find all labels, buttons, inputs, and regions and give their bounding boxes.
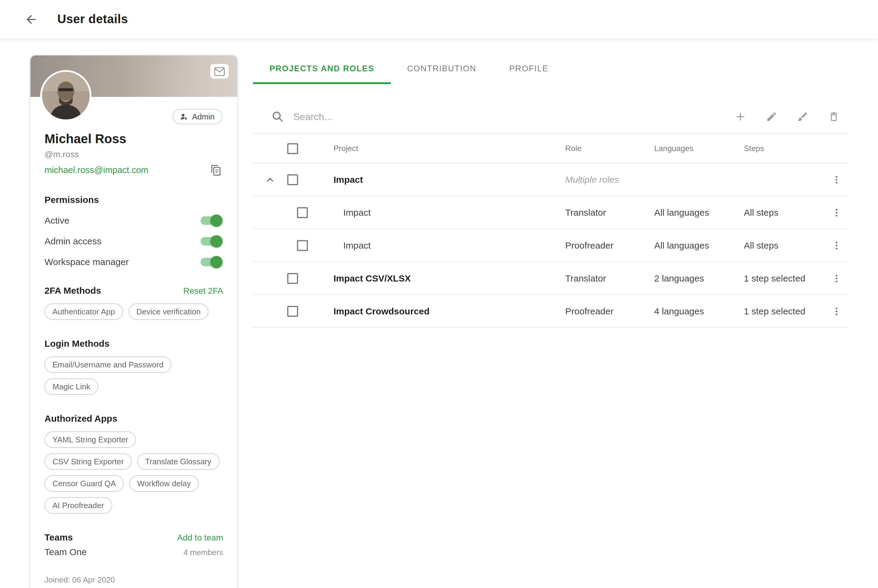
envelope-icon [214,67,225,76]
toggle-workspace-manager[interactable] [201,258,221,266]
table-row[interactable]: Impact Proofreader All languages All ste… [253,229,849,262]
expand-toggle [253,305,287,317]
twofa-title: 2FA Methods [45,285,101,296]
apps-pills: YAML String ExporterCSV String ExporterT… [45,431,223,514]
table-row[interactable]: Impact Multiple roles [253,163,849,196]
expand-toggle [253,272,287,284]
role-cell: Translator [565,207,654,218]
twofa-pills: Authenticator AppDevice verification [45,303,223,320]
arrow-left-icon [24,12,38,26]
tab-label: PROFILE [510,64,549,73]
steps-cell: 1 step selected [744,306,824,316]
steps-cell: 1 step selected [744,273,824,284]
email-link[interactable]: michael.ross@impact.com [45,165,148,175]
toggle-knob [210,256,223,268]
kebab-icon [831,240,842,251]
table-toolbar [734,110,840,123]
table-row[interactable]: Impact Translator All languages All step… [253,196,849,229]
row-menu-button[interactable] [824,240,849,251]
authorized-app-pill: CSV String Exporter [45,453,132,470]
table-row[interactable]: Impact Crowdsourced Proofreader 4 langua… [253,295,849,328]
clear-button[interactable] [796,110,809,123]
permission-toggles: Active Admin access Workspace manager [45,215,223,267]
main-panel: PROJECTS AND ROLES CONTRIBUTION PROFILE [253,55,849,328]
authorized-app-pill: Translate Glossary [137,453,219,470]
trash-icon [828,111,839,123]
twofa-method-pill: Device verification [128,303,209,320]
toggle-knob [210,214,223,226]
admin-badge: Admin [173,109,223,124]
row-menu-button[interactable] [824,273,849,284]
row-menu-button[interactable] [824,207,849,218]
teams-title: Teams [45,532,73,542]
row-menu-button[interactable] [824,306,849,316]
expand-toggle [253,206,287,219]
tab-contribution[interactable]: CONTRIBUTION [391,55,493,84]
edit-button[interactable] [765,110,778,123]
row-checkbox[interactable] [287,174,298,185]
table-body: Impact Multiple roles Impact Translator … [253,163,849,328]
team-name: Team One [45,547,87,557]
login-methods-title: Login Methods [45,338,110,348]
page-title: User details [57,12,128,26]
admin-badge-label: Admin [192,112,215,121]
meta-line: Last activity: 3 days ago [45,586,223,588]
row-menu-button[interactable] [824,174,849,185]
authorized-app-pill: Workflow delay [129,475,199,492]
person-gear-icon [179,112,188,121]
row-checkbox[interactable] [287,273,298,284]
reset-2fa-link[interactable]: Reset 2FA [183,285,223,295]
add-button[interactable] [734,110,747,123]
login-method-pill: Email/Username and Password [45,357,171,373]
app-window: User details [0,0,878,588]
toggle-active[interactable] [201,216,221,225]
column-header-project: Project [319,144,565,153]
search-input[interactable] [293,111,734,122]
role-cell: Proofreader [565,306,654,316]
permissions-title: Permissions [45,194,223,205]
table-header-row: Project Role Languages Steps [253,134,849,163]
row-checkbox[interactable] [297,207,308,218]
column-header-role: Role [565,144,654,153]
tab-label: PROJECTS AND ROLES [269,64,374,73]
team-row[interactable]: Team One 4 members [45,547,223,557]
kebab-icon [831,174,842,185]
send-email-button[interactable] [210,64,229,79]
role-cell: Multiple roles [565,174,654,184]
role-cell: Translator [565,273,654,284]
row-checkbox[interactable] [287,306,298,316]
copy-email-button[interactable] [209,163,223,177]
tab-profile[interactable]: PROFILE [493,55,565,84]
twofa-method-pill: Authenticator App [45,303,123,320]
row-checkbox[interactable] [297,240,308,251]
languages-cell: All languages [654,240,744,250]
login-pills: Email/Username and PasswordMagic Link [45,357,223,395]
add-to-team-link[interactable]: Add to team [177,532,223,542]
delete-button[interactable] [827,110,840,123]
tab-label: CONTRIBUTION [407,64,476,73]
permission-toggle-row: Workspace manager [45,256,223,267]
search-row [253,100,849,134]
authorized-app-pill: AI Proofreader [45,497,112,514]
toggle-admin-access[interactable] [201,237,221,245]
content-area: Admin Michael Ross @m.ross michael.ross@… [0,39,878,588]
tab-projects-and-roles[interactable]: PROJECTS AND ROLES [253,55,391,84]
table-row[interactable]: Impact CSV/XLSX Translator 2 languages 1… [253,262,849,295]
project-cell: Impact [319,207,565,218]
login-method-pill: Magic Link [45,378,98,395]
expand-toggle [253,239,287,251]
expand-toggle[interactable] [253,173,287,186]
back-button[interactable] [22,10,40,28]
user-handle: @m.ross [45,149,223,159]
authorized-app-pill: YAML String Exporter [45,431,136,448]
top-bar: User details [0,0,878,39]
project-cell: Impact [319,240,565,250]
select-all-checkbox[interactable] [287,143,298,154]
copy-icon [210,164,222,176]
email-row: michael.ross@impact.com [45,163,223,177]
meta-line: Joined: 06 Apr 2020 [45,574,223,586]
brush-icon [797,111,808,123]
project-cell: Impact CSV/XLSX [319,273,565,284]
avatar [40,70,92,121]
teams-list: Team One 4 members [45,547,223,557]
